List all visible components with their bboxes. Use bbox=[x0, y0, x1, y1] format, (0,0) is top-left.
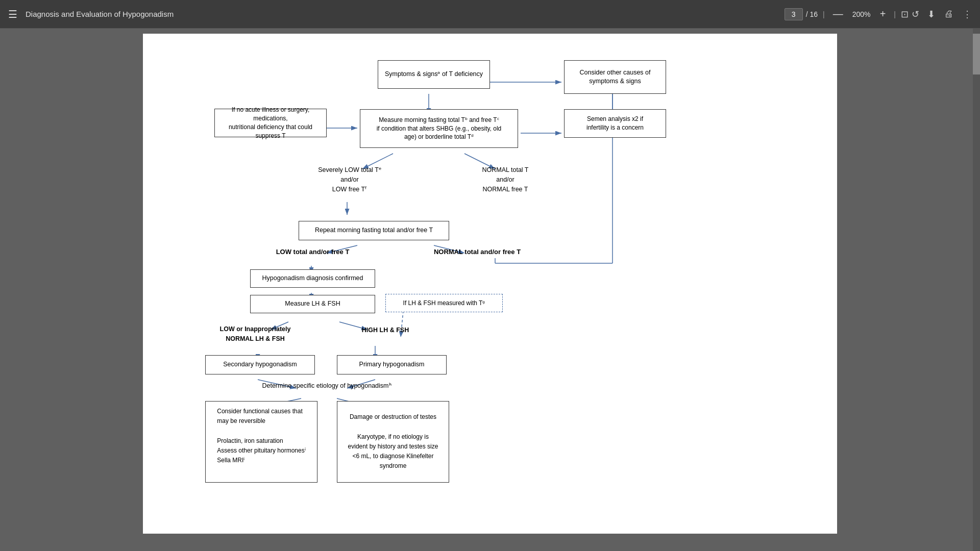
scrollbar-thumb[interactable] bbox=[973, 34, 980, 74]
divider-sep: | bbox=[823, 10, 825, 18]
box-symptoms: Symptoms & signsᵃ of T deficiency bbox=[378, 60, 490, 89]
page-input[interactable] bbox=[785, 8, 803, 20]
page-separator: / 16 bbox=[806, 10, 818, 18]
print-button[interactable]: 🖨 bbox=[944, 9, 953, 19]
scrollbar[interactable] bbox=[973, 29, 980, 551]
flowchart: Symptoms & signsᵃ of T deficiency Consid… bbox=[163, 49, 817, 508]
toolbar: ☰ Diagnosis and Evaluation of Hypogonadi… bbox=[0, 0, 980, 29]
box-consider-functional: Consider functional causes that may be r… bbox=[205, 401, 317, 483]
rotate-button[interactable]: ↺ bbox=[912, 9, 919, 20]
zoom-value: 200% bbox=[849, 10, 874, 18]
toolbar-right: ⬇ 🖨 ⋮ bbox=[927, 9, 972, 20]
box-measure-lh: Measure LH & FSH bbox=[250, 295, 375, 313]
text-normal-total: NORMAL total and/or free T bbox=[419, 247, 536, 257]
download-button[interactable]: ⬇ bbox=[927, 9, 935, 20]
box-measure-morning: Measure morning fasting total Tᵇ and fre… bbox=[360, 109, 518, 148]
text-low-inappropriate: LOW or Inappropriately NORMAL LH & FSH bbox=[204, 324, 306, 344]
box-hypo-confirmed: Hypogonadism diagnosis confirmed bbox=[250, 269, 375, 288]
text-low-total: LOW total and/or free T bbox=[268, 247, 357, 257]
box-consider-other: Consider other causes of symptoms & sign… bbox=[564, 60, 666, 94]
text-normal-total-t: NORMAL total T and/or NORMAL free T bbox=[464, 165, 546, 194]
text-severely-low: Severely LOW total Tᵉ and/or LOW free Tᶠ bbox=[309, 165, 390, 194]
box-secondary: Secondary hypogonadism bbox=[205, 355, 315, 374]
box-if-lh-fsh: If LH & FSH measured with Tᵍ bbox=[385, 294, 503, 312]
divider-sep2: | bbox=[894, 10, 896, 18]
text-determine: Determine specific etiology of hypogonad… bbox=[253, 381, 401, 391]
box-primary: Primary hypogonadism bbox=[337, 355, 447, 374]
zoom-out-button[interactable]: — bbox=[830, 7, 846, 21]
document-title: Diagnosis and Evaluation of Hypogonadism bbox=[26, 10, 776, 18]
pagination-controls: / 16 | — 200% + | ⊡ ↺ bbox=[785, 7, 919, 21]
menu-icon[interactable]: ☰ bbox=[8, 8, 17, 20]
more-options-button[interactable]: ⋮ bbox=[963, 9, 972, 20]
text-high-lh: HIGH LH & FSH bbox=[352, 325, 419, 335]
zoom-in-button[interactable]: + bbox=[877, 7, 889, 21]
box-damage: Damage or destruction of testes Karyotyp… bbox=[337, 401, 449, 483]
fit-page-button[interactable]: ⊡ bbox=[901, 9, 909, 20]
box-repeat: Repeat morning fasting total and/or free… bbox=[299, 221, 449, 240]
document-page: Symptoms & signsᵃ of T deficiency Consid… bbox=[143, 34, 837, 534]
box-no-acute: If no acute illness or surgery, medicati… bbox=[214, 109, 327, 137]
box-semen: Semen analysis x2 if infertility is a co… bbox=[564, 109, 666, 138]
content-area: Symptoms & signsᵃ of T deficiency Consid… bbox=[0, 29, 980, 551]
